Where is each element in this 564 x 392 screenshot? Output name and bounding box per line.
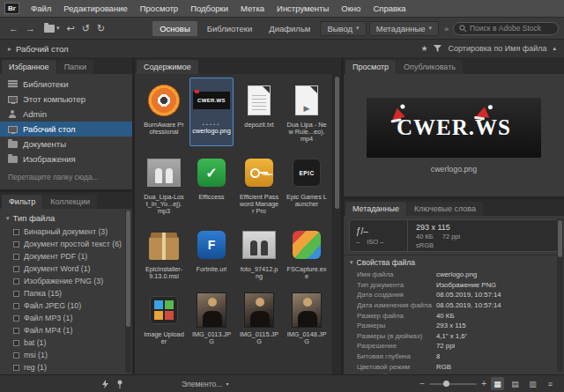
section-file-properties[interactable]: ▾ Свойства файла	[344, 255, 564, 270]
rating-filter-icon[interactable]: ★	[420, 44, 427, 53]
file-item[interactable]: EpicInstaller-9.13.0.msi	[142, 222, 186, 284]
file-item[interactable]: Image Uploader	[142, 287, 186, 349]
thumbnail-size-slider[interactable]	[429, 383, 477, 385]
tab-filter[interactable]: Фильтр	[2, 195, 42, 209]
view-grid-button[interactable]: ▦	[491, 377, 504, 390]
sort-by-dropdown[interactable]: Сортировка по Имя файла	[448, 44, 546, 53]
checkbox[interactable]	[13, 352, 19, 359]
forward-icon[interactable]: →	[22, 24, 39, 33]
favorites-item-admin[interactable]: Admin	[0, 107, 132, 122]
menu-label[interactable]: Метка	[234, 4, 271, 13]
filter-item[interactable]: Файл JPEG (10)	[0, 300, 132, 312]
menu-tools[interactable]: Инструменты	[271, 4, 335, 13]
file-item[interactable]: FSCapture.exe	[285, 222, 329, 284]
content-scrollbar[interactable]	[332, 74, 341, 374]
file-item[interactable]: BurnAware Professional	[142, 78, 186, 146]
checkbox[interactable]	[13, 241, 19, 248]
tab-publish[interactable]: Опубликовать	[397, 60, 463, 74]
checkbox[interactable]	[13, 291, 19, 297]
file-item[interactable]: foto_97412.png	[237, 222, 281, 284]
preview-image[interactable]: CWER.WS	[367, 98, 541, 158]
view-list-button[interactable]: ≡	[544, 377, 557, 390]
favorites-item-computer[interactable]: Этот компьютер	[0, 92, 132, 107]
file-item[interactable]: depozit.txt	[237, 78, 281, 146]
file-item[interactable]: IMG_0113.JPG	[189, 287, 234, 349]
checkbox[interactable]	[13, 278, 19, 285]
filter-item[interactable]: Документ Word (1)	[0, 263, 132, 275]
filter-item[interactable]: bat (1)	[0, 337, 132, 349]
favorites-item-desktop[interactable]: Рабочий стол	[0, 122, 132, 137]
filter-funnel-icon[interactable]	[434, 45, 442, 52]
breadcrumb[interactable]: Рабочий стол	[16, 44, 69, 54]
sort-ascending-icon[interactable]: ▴	[553, 45, 556, 52]
checkbox[interactable]	[13, 340, 19, 346]
tab-favorites[interactable]: Избранное	[2, 60, 56, 74]
checkbox[interactable]	[13, 365, 19, 371]
items-dropdown[interactable]: Элементо... ▾	[182, 380, 228, 388]
recent-folder-icon[interactable]	[44, 25, 55, 33]
view-details-button[interactable]: ▥	[526, 377, 539, 390]
favorites-item-pictures[interactable]: Изображения	[0, 152, 132, 166]
checkbox[interactable]	[13, 315, 19, 322]
zoom-out-icon[interactable]: −	[419, 380, 425, 388]
filter-item[interactable]: Бинарный документ (3)	[0, 226, 132, 238]
tab-preview[interactable]: Просмотр	[345, 60, 396, 74]
file-item[interactable]: Efficient Password Manager Pro	[237, 150, 281, 218]
filter-item[interactable]: Документ простой текст (6)	[0, 238, 132, 250]
rotate-left-icon[interactable]: ↺	[78, 24, 93, 33]
file-item[interactable]: ▶ Dua Lipa - New Rule...eo).mp4	[285, 78, 329, 146]
workspace-overflow-icon[interactable]: »	[442, 24, 451, 33]
favorites-item-documents[interactable]: Документы	[0, 137, 132, 152]
workspace-libraries[interactable]: Библиотеки	[200, 21, 259, 36]
filter-item[interactable]: Файл MP3 (1)	[0, 312, 132, 324]
filter-item[interactable]: Изображение PNG (3)	[0, 275, 132, 287]
checkbox[interactable]	[13, 266, 19, 272]
adobe-stock-search[interactable]	[453, 22, 559, 35]
workspace-output[interactable]: Вывод ▾	[320, 21, 366, 36]
bridge-app-icon[interactable]: Br	[4, 3, 19, 14]
tab-content[interactable]: Содержимое	[137, 60, 198, 74]
menu-file[interactable]: Файл	[25, 4, 57, 13]
pin-icon[interactable]	[116, 380, 123, 388]
menu-view[interactable]: Просмотр	[134, 4, 184, 13]
menu-edit[interactable]: Редактирование	[57, 4, 133, 13]
filter-item[interactable]: Папка (15)	[0, 287, 132, 300]
file-item[interactable]: F Fortnite.url	[189, 222, 234, 284]
zoom-in-icon[interactable]: +	[481, 380, 486, 388]
search-input[interactable]	[470, 24, 553, 33]
menu-window[interactable]: Окно	[335, 4, 367, 13]
tab-keywords[interactable]: Ключевые слова	[407, 202, 483, 216]
rotate-right-icon[interactable]: ↻	[93, 24, 108, 33]
tab-metadata[interactable]: Метаданные	[345, 202, 406, 216]
filter-item[interactable]: Документ PDF (1)	[0, 250, 132, 263]
tab-collections[interactable]: Коллекции	[43, 195, 97, 209]
menu-stacks[interactable]: Подборки	[184, 4, 234, 13]
boomerang-icon[interactable]: ↩	[63, 24, 78, 33]
tab-folders[interactable]: Папки	[57, 60, 93, 74]
checkbox[interactable]	[13, 254, 19, 260]
filter-item[interactable]: reg (1)	[0, 361, 132, 374]
filter-item[interactable]: msi (1)	[0, 349, 132, 361]
workspace-filmstrip[interactable]: Диафильм	[262, 21, 317, 36]
filter-group-file-type[interactable]: ▾ Тип файла	[0, 211, 132, 226]
workspace-essentials[interactable]: Основы	[152, 21, 197, 36]
recent-folder-caret-icon[interactable]: ▾	[56, 25, 63, 32]
slider-thumb[interactable]	[443, 381, 449, 387]
back-icon[interactable]: ←	[5, 24, 22, 33]
file-item[interactable]: ✓ Efficcess	[189, 150, 234, 218]
file-item-selected[interactable]: CWER.WS ••••• cwerlogo.png	[189, 78, 234, 146]
rating-dots[interactable]: •••••	[203, 122, 221, 127]
file-item[interactable]: IMG_0115.JPG	[237, 287, 281, 349]
checkbox[interactable]	[13, 328, 19, 334]
favorites-item-libraries[interactable]: Библиотеки	[0, 77, 132, 92]
workspace-metadata[interactable]: Метаданные ▾	[369, 21, 439, 36]
file-item[interactable]: IMG_0148.JPG	[285, 287, 329, 349]
lightning-icon[interactable]	[102, 380, 108, 388]
checkbox[interactable]	[13, 229, 19, 235]
filter-item[interactable]: Файл MP4 (1)	[0, 324, 132, 337]
metadata-scrollbar[interactable]	[557, 218, 563, 372]
file-item[interactable]: EPIC Epic Games Launcher	[285, 150, 329, 218]
file-item[interactable]: Dua_Lipa-Lost_In_Yo...ej).mp3	[142, 150, 186, 218]
menu-help[interactable]: Справка	[367, 4, 412, 13]
filter-scrollbar[interactable]	[125, 211, 131, 373]
